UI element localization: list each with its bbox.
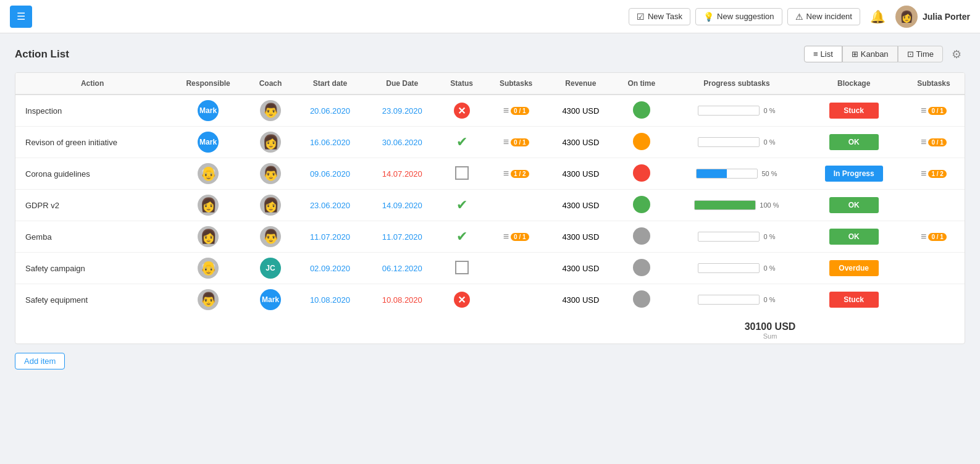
menu-button[interactable]: ☰ xyxy=(10,6,32,28)
progress-bar[interactable] xyxy=(698,106,760,116)
cell-coach: 👨 xyxy=(247,221,294,253)
task-icon: ☑ xyxy=(637,12,645,22)
cell-blockage[interactable]: Stuck xyxy=(805,95,903,127)
cell-start-date[interactable]: 16.06.2020 xyxy=(294,127,366,158)
cell-status[interactable] xyxy=(438,158,485,190)
header-actions: ☑ New Task 💡 New suggestion ⚠ New incide… xyxy=(629,6,970,28)
cell-on-time xyxy=(614,253,668,284)
cell-action: Safety campaign xyxy=(15,253,169,284)
cell-start-date[interactable]: 02.09.2020 xyxy=(294,253,366,284)
cell-start-date[interactable]: 10.08.2020 xyxy=(294,284,366,316)
progress-bar[interactable] xyxy=(698,137,760,147)
blockage-badge[interactable]: OK xyxy=(829,134,879,150)
cell-status[interactable]: ✔ xyxy=(438,190,485,221)
x-icon: ✕ xyxy=(454,103,470,119)
cell-blockage[interactable]: Overdue xyxy=(805,253,903,284)
table-row: Revison of green initiativeMark👩16.06.20… xyxy=(15,127,965,158)
cell-start-date[interactable]: 11.07.2020 xyxy=(294,221,366,253)
cell-due-date[interactable]: 14.09.2020 xyxy=(366,190,438,221)
time-view-button[interactable]: ⊡ Time xyxy=(898,46,943,62)
suggestion-icon: 💡 xyxy=(703,12,714,22)
cell-blockage[interactable]: In Progress xyxy=(805,158,903,190)
cell-subtasks2 xyxy=(903,284,965,316)
cell-start-date[interactable]: 09.06.2020 xyxy=(294,158,366,190)
progress-bar[interactable] xyxy=(698,232,760,242)
avatar: 👨 xyxy=(260,100,281,121)
cell-subtasks2: ≡ 0 / 1 xyxy=(903,127,965,158)
sum-popup: 30100 USD Sum xyxy=(736,318,804,344)
col-subtasks: Subtasks xyxy=(485,73,547,95)
list-view-button[interactable]: ≡ List xyxy=(804,46,842,62)
col-blockage: Blockage xyxy=(805,73,903,95)
cell-subtasks2 xyxy=(903,253,965,284)
cell-status[interactable] xyxy=(438,253,485,284)
col-on-time: On time xyxy=(614,73,668,95)
subtask2-count: 0 / 1 xyxy=(928,107,946,115)
progress-bar[interactable] xyxy=(698,263,760,273)
cell-blockage[interactable]: OK xyxy=(805,221,903,253)
blockage-badge[interactable]: OK xyxy=(829,229,879,245)
col-progress-subtasks: Progress subtasks xyxy=(669,73,805,95)
cell-coach: JC xyxy=(247,253,294,284)
cell-subtasks xyxy=(485,253,547,284)
cell-due-date[interactable]: 06.12.2020 xyxy=(366,253,438,284)
progress-bar[interactable] xyxy=(698,295,760,305)
table-body: InspectionMark👨20.06.202023.09.2020✕ ≡ 0… xyxy=(15,95,965,315)
cell-progress: 50 % xyxy=(669,158,805,190)
avatar: JC xyxy=(260,258,281,279)
add-item-button[interactable]: Add item xyxy=(15,353,65,369)
cell-on-time xyxy=(614,190,668,221)
cell-subtasks2: ≡ 0 / 1 xyxy=(903,221,965,253)
time-icon: ⊡ xyxy=(907,49,914,59)
cell-blockage[interactable]: Stuck xyxy=(805,284,903,316)
kanban-view-button[interactable]: ⊞ Kanban xyxy=(842,46,898,62)
on-time-indicator xyxy=(633,133,650,150)
new-incident-button[interactable]: ⚠ New incident xyxy=(787,8,860,25)
avatar: 👩 xyxy=(895,6,918,28)
user-profile[interactable]: 👩 Julia Porter xyxy=(895,6,970,28)
avatar: 👩 xyxy=(198,195,219,216)
cell-status[interactable]: ✕ xyxy=(438,95,485,127)
blockage-badge[interactable]: OK xyxy=(829,197,879,213)
cell-blockage[interactable]: OK xyxy=(805,127,903,158)
settings-button[interactable]: ⚙ xyxy=(948,48,965,61)
cell-start-date[interactable]: 23.06.2020 xyxy=(294,190,366,221)
cell-coach: 👩 xyxy=(247,190,294,221)
cell-subtasks: ≡ 0 / 1 xyxy=(485,127,547,158)
cell-start-date[interactable]: 20.06.2020 xyxy=(294,95,366,127)
progress-bar[interactable] xyxy=(694,200,756,210)
new-task-button[interactable]: ☑ New Task xyxy=(629,8,690,25)
blockage-badge[interactable]: Stuck xyxy=(829,103,879,119)
table-header-row: Action Responsible Coach Start date Due … xyxy=(15,73,965,95)
blockage-badge[interactable]: In Progress xyxy=(825,166,883,182)
subtasks2-icon: ≡ xyxy=(921,105,926,116)
on-time-indicator xyxy=(633,196,650,213)
on-time-indicator xyxy=(633,164,650,182)
on-time-indicator xyxy=(633,101,650,119)
cell-status[interactable]: ✔ xyxy=(438,221,485,253)
cell-due-date[interactable]: 23.09.2020 xyxy=(366,95,438,127)
new-suggestion-button[interactable]: 💡 New suggestion xyxy=(695,8,782,25)
subtasks2-icon: ≡ xyxy=(921,137,926,148)
cell-due-date[interactable]: 11.07.2020 xyxy=(366,221,438,253)
cell-blockage[interactable]: OK xyxy=(805,190,903,221)
blockage-badge[interactable]: Overdue xyxy=(829,260,879,276)
cell-progress: 100 % xyxy=(669,190,805,221)
cell-status[interactable]: ✕ xyxy=(438,284,485,316)
cell-due-date[interactable]: 14.07.2020 xyxy=(366,158,438,190)
cell-responsible: Mark xyxy=(169,127,247,158)
avatar: Mark xyxy=(198,132,219,153)
cell-revenue: 4300 USD xyxy=(547,158,615,190)
sum-value: 30100 USD xyxy=(736,321,804,332)
blockage-badge[interactable]: Stuck xyxy=(829,292,879,308)
col-status: Status xyxy=(438,73,485,95)
progress-bar[interactable] xyxy=(696,169,758,179)
avatar: 👴 xyxy=(198,258,219,279)
cell-progress: 0 % xyxy=(669,221,805,253)
cell-status[interactable]: ✔ xyxy=(438,127,485,158)
bell-button[interactable]: 🔔 xyxy=(865,7,890,27)
cell-due-date[interactable]: 30.06.2020 xyxy=(366,127,438,158)
cell-action: Safety equipment xyxy=(15,284,169,316)
cell-subtasks2: ≡ 0 / 1 xyxy=(903,95,965,127)
cell-due-date[interactable]: 10.08.2020 xyxy=(366,284,438,316)
